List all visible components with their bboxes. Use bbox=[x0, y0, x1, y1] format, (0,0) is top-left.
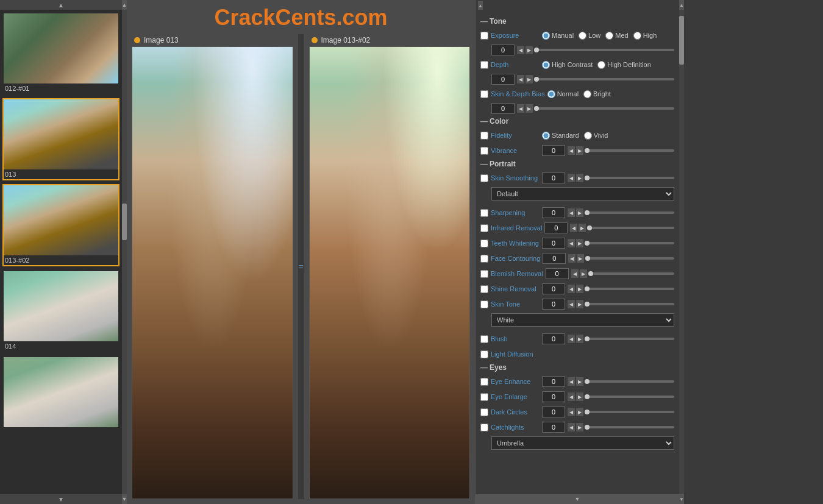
eye-enlarge-left-arrow[interactable]: ◀ bbox=[568, 392, 575, 401]
shine-removal-checkbox[interactable] bbox=[480, 285, 488, 293]
skin-tone-slider[interactable] bbox=[585, 303, 674, 305]
eye-enlarge-right-arrow[interactable]: ▶ bbox=[576, 392, 583, 401]
right-scrollbar-down[interactable]: ▼ bbox=[679, 494, 684, 504]
shine-removal-input[interactable] bbox=[542, 283, 565, 294]
teeth-whitening-slider[interactable] bbox=[585, 242, 674, 244]
skin-depth-slider[interactable] bbox=[534, 107, 674, 110]
right-scrollbar-track[interactable] bbox=[679, 10, 684, 494]
exposure-checkbox[interactable] bbox=[480, 32, 488, 40]
depth-input[interactable] bbox=[491, 74, 515, 85]
blemish-removal-left-arrow[interactable]: ◀ bbox=[571, 269, 579, 278]
divider-scroll-thumb[interactable] bbox=[122, 204, 127, 240]
catchlights-preset-select[interactable]: Umbrella bbox=[491, 436, 674, 450]
infrared-removal-left-arrow[interactable]: ◀ bbox=[570, 224, 577, 232]
thumbnail-item-4[interactable]: 014 bbox=[2, 270, 119, 352]
eye-enhance-right-arrow[interactable]: ▶ bbox=[576, 377, 583, 386]
depth-high-contrast-option[interactable]: High Contrast bbox=[542, 61, 593, 69]
depth-right-arrow[interactable]: ▶ bbox=[526, 75, 533, 83]
catchlights-slider[interactable] bbox=[585, 426, 674, 428]
depth-slider[interactable] bbox=[534, 78, 674, 80]
face-contouring-checkbox[interactable] bbox=[480, 255, 488, 263]
shine-removal-left-arrow[interactable]: ◀ bbox=[568, 285, 575, 293]
exposure-right-arrow[interactable]: ▶ bbox=[526, 46, 533, 54]
blemish-removal-slider[interactable] bbox=[588, 272, 674, 275]
blush-left-arrow[interactable]: ◀ bbox=[568, 335, 575, 343]
face-contouring-slider[interactable] bbox=[585, 257, 674, 260]
fidelity-checkbox[interactable] bbox=[480, 132, 488, 140]
vibrance-checkbox[interactable] bbox=[480, 147, 488, 155]
skin-smoothing-checkbox[interactable] bbox=[480, 174, 488, 182]
thumbnail-item-3[interactable]: 013-#02 bbox=[2, 184, 119, 266]
thumbnail-item-2[interactable]: 013 bbox=[2, 98, 119, 180]
infrared-removal-checkbox[interactable] bbox=[480, 224, 488, 232]
divider-scroll-up[interactable]: ▲ bbox=[122, 0, 127, 10]
skin-tone-checkbox[interactable] bbox=[480, 300, 488, 308]
catchlights-left-arrow[interactable]: ◀ bbox=[568, 423, 575, 431]
eye-enlarge-slider[interactable] bbox=[585, 396, 674, 398]
fidelity-standard-option[interactable]: Standard bbox=[542, 132, 579, 140]
thumbnail-item-5[interactable] bbox=[2, 356, 119, 431]
skin-depth-bias-checkbox[interactable] bbox=[480, 90, 488, 98]
right-panel-scroll-up[interactable]: ▲ bbox=[478, 1, 483, 10]
vibrance-right-arrow[interactable]: ▶ bbox=[576, 146, 583, 155]
scroll-down-arrow[interactable]: ▼ bbox=[0, 494, 122, 504]
sharpening-right-arrow[interactable]: ▶ bbox=[576, 208, 583, 217]
skin-tone-right-arrow[interactable]: ▶ bbox=[576, 300, 583, 308]
teeth-whitening-right-arrow[interactable]: ▶ bbox=[576, 239, 583, 247]
depth-checkbox[interactable] bbox=[480, 61, 488, 69]
face-contouring-right-arrow[interactable]: ▶ bbox=[577, 254, 584, 263]
divider-scroll-down[interactable]: ▼ bbox=[122, 494, 127, 504]
right-panel-scroll-down[interactable]: ▼ bbox=[476, 494, 679, 504]
face-contouring-left-arrow[interactable]: ◀ bbox=[568, 254, 575, 263]
dark-circles-checkbox[interactable] bbox=[480, 408, 488, 416]
shine-removal-right-arrow[interactable]: ▶ bbox=[576, 285, 583, 293]
skin-tone-input[interactable] bbox=[542, 299, 565, 310]
right-scrollbar-up[interactable]: ▲ bbox=[679, 0, 684, 10]
exposure-high-option[interactable]: High bbox=[633, 32, 657, 40]
exposure-manual-option[interactable]: Manual bbox=[542, 32, 574, 40]
fidelity-vivid-option[interactable]: Vivid bbox=[584, 132, 608, 140]
blemish-removal-right-arrow[interactable]: ▶ bbox=[580, 269, 587, 278]
dark-circles-slider[interactable] bbox=[585, 411, 674, 413]
blush-input[interactable] bbox=[542, 333, 565, 344]
blush-right-arrow[interactable]: ▶ bbox=[576, 335, 583, 343]
skin-smoothing-left-arrow[interactable]: ◀ bbox=[568, 174, 575, 182]
right-scrollbar-thumb[interactable] bbox=[679, 16, 684, 65]
catchlights-right-arrow[interactable]: ▶ bbox=[576, 423, 583, 431]
dark-circles-left-arrow[interactable]: ◀ bbox=[568, 408, 575, 416]
skin-smoothing-preset-select[interactable]: Default bbox=[491, 187, 674, 201]
sharpening-left-arrow[interactable]: ◀ bbox=[568, 208, 575, 217]
scroll-up-arrow[interactable]: ▲ bbox=[0, 0, 122, 10]
blush-checkbox[interactable] bbox=[480, 335, 488, 343]
exposure-med-option[interactable]: Med bbox=[605, 32, 628, 40]
sharpening-slider[interactable] bbox=[585, 211, 674, 214]
skin-smoothing-slider[interactable] bbox=[585, 177, 674, 179]
skin-depth-left-arrow[interactable]: ◀ bbox=[517, 104, 524, 113]
vibrance-left-arrow[interactable]: ◀ bbox=[568, 146, 575, 155]
eye-enlarge-checkbox[interactable] bbox=[480, 393, 488, 401]
infrared-removal-slider[interactable] bbox=[587, 227, 674, 229]
sharpening-checkbox[interactable] bbox=[480, 209, 488, 217]
exposure-left-arrow[interactable]: ◀ bbox=[517, 46, 524, 54]
skin-depth-right-arrow[interactable]: ▶ bbox=[526, 104, 533, 113]
blemish-removal-checkbox[interactable] bbox=[480, 270, 488, 278]
blush-slider[interactable] bbox=[585, 338, 674, 340]
skin-smoothing-input[interactable] bbox=[542, 172, 565, 183]
exposure-input[interactable]: 0 bbox=[491, 44, 515, 55]
skin-depth-bias-input[interactable] bbox=[491, 103, 515, 114]
skin-smoothing-right-arrow[interactable]: ▶ bbox=[576, 174, 583, 182]
catchlights-input[interactable] bbox=[542, 422, 565, 433]
eye-enhance-checkbox[interactable] bbox=[480, 378, 488, 386]
skin-normal-option[interactable]: Normal bbox=[547, 90, 579, 98]
eye-enhance-input[interactable] bbox=[542, 376, 565, 387]
skin-bright-option[interactable]: Bright bbox=[583, 90, 611, 98]
eye-enlarge-input[interactable] bbox=[542, 391, 565, 402]
vibrance-slider[interactable] bbox=[585, 149, 674, 152]
sharpening-input[interactable] bbox=[542, 207, 565, 218]
eye-enhance-slider[interactable] bbox=[585, 380, 674, 383]
blemish-removal-input[interactable] bbox=[546, 268, 569, 279]
infrared-removal-input[interactable] bbox=[544, 222, 568, 233]
teeth-whitening-left-arrow[interactable]: ◀ bbox=[568, 239, 575, 247]
depth-high-def-option[interactable]: High Definition bbox=[597, 61, 651, 69]
depth-left-arrow[interactable]: ◀ bbox=[517, 75, 524, 83]
